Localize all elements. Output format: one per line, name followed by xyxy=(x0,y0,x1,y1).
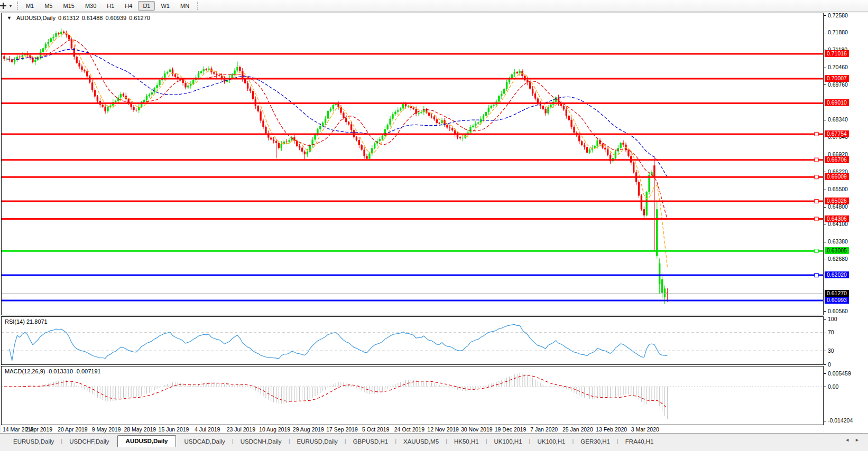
hline-price-label: 0.66706 xyxy=(825,156,849,163)
macd-indicator-pane[interactable]: MACD(12,26,9) -0.013310 -0.007191 xyxy=(1,366,824,425)
price-tick-label: 0.63380 xyxy=(828,238,848,245)
line-drag-marker[interactable] xyxy=(815,274,818,277)
candle-body xyxy=(247,83,248,89)
price-tick-dash xyxy=(824,155,826,155)
timeframe-button-M30[interactable]: M30 xyxy=(80,1,101,11)
line-drag-marker[interactable] xyxy=(815,132,818,136)
date-tick-label: 23 Jul 2019 xyxy=(227,426,255,433)
macd-signal-value: -0.007191 xyxy=(75,368,101,374)
timeframe-button-MN[interactable]: MN xyxy=(176,1,194,11)
candle-body xyxy=(356,137,357,140)
candle-body xyxy=(550,105,551,107)
chart-tab-usdcnh-daily[interactable]: USDCNH,Daily xyxy=(234,436,289,447)
candle-body xyxy=(151,92,153,95)
rsi-line xyxy=(10,324,668,361)
chart-tab-usdcad-daily[interactable]: USDCAD,Daily xyxy=(177,436,232,447)
tab-scroll-left-button[interactable]: ◄ xyxy=(845,437,855,443)
timeframe-button-W1[interactable]: W1 xyxy=(156,1,174,11)
candle-body xyxy=(622,143,624,144)
candle-body xyxy=(94,90,96,97)
chart-tab-uk100-h1[interactable]: UK100,H1 xyxy=(530,436,572,447)
candle-body xyxy=(506,82,507,89)
candle-body xyxy=(436,119,438,123)
line-drag-marker[interactable] xyxy=(815,158,818,162)
chart-tab-ger30-h1[interactable]: GER30,H1 xyxy=(574,436,617,447)
line-drag-marker[interactable] xyxy=(815,249,818,253)
candle-body xyxy=(154,88,155,92)
candle-body xyxy=(337,104,339,107)
rsi-tick-dash xyxy=(824,333,826,333)
rsi-indicator-pane[interactable]: RSI(14) 21.8071 xyxy=(1,316,824,365)
candle-body xyxy=(586,147,588,153)
candle-body xyxy=(208,69,209,70)
candle-body xyxy=(493,105,494,106)
candle-body xyxy=(63,32,64,33)
candle-body xyxy=(433,117,435,120)
timeframe-toolbar: ▼ M1M5M15M30H1H4D1W1MN xyxy=(0,0,868,12)
time-axis[interactable]: 14 Mar 20192 Apr 201920 Apr 20199 May 20… xyxy=(1,426,824,433)
price-axis[interactable]: 0.710160.700070.690100.677540.667060.660… xyxy=(824,13,868,433)
candle-body xyxy=(501,94,502,96)
price-chart-pane[interactable]: ▼ AUDUSD,Daily 0.61312 0.61488 0.60939 0… xyxy=(1,13,824,315)
candle-body xyxy=(14,60,15,62)
timeframe-button-M5[interactable]: M5 xyxy=(40,1,57,11)
candle-body xyxy=(260,111,261,121)
timeframe-button-H4[interactable]: H4 xyxy=(120,1,137,11)
chart-title-collapse-icon[interactable]: ▼ xyxy=(7,15,12,21)
candle-body xyxy=(135,110,137,110)
line-drag-marker[interactable] xyxy=(815,217,818,221)
line-drag-marker[interactable] xyxy=(815,175,818,179)
candle-body xyxy=(91,82,93,90)
chart-tab-gbpusd-h1[interactable]: GBPUSD,H1 xyxy=(346,436,395,447)
chart-tab-usdchf-daily[interactable]: USDCHF,Daily xyxy=(62,436,116,447)
candle-body xyxy=(104,107,106,111)
candle-body xyxy=(462,138,464,138)
candle-body xyxy=(596,140,598,146)
candle-body xyxy=(656,209,658,256)
line-drag-marker[interactable] xyxy=(815,200,818,203)
candle-body xyxy=(475,124,476,126)
price-tick-dash xyxy=(824,224,826,224)
candle-body xyxy=(198,73,199,78)
chart-tab-eurusd-daily[interactable]: EURUSD,Daily xyxy=(6,436,61,447)
candle-body xyxy=(371,148,373,154)
chevron-down-icon[interactable]: ▼ xyxy=(8,4,13,8)
candle-body xyxy=(333,105,334,109)
chart-tab-audusd-daily[interactable]: AUDUSD,Daily xyxy=(117,435,177,447)
chart-tab-uk100-h1[interactable]: UK100,H1 xyxy=(487,436,529,447)
candle-body xyxy=(469,127,471,133)
candle-body xyxy=(449,128,450,128)
macd-canvas[interactable] xyxy=(2,367,823,425)
candle-body xyxy=(503,89,505,94)
timeframe-button-D1[interactable]: D1 xyxy=(138,1,155,11)
candle-body xyxy=(379,139,381,141)
tab-scroll-arrows: ◄► xyxy=(845,437,865,443)
rsi-canvas[interactable] xyxy=(2,317,823,364)
price-chart-canvas[interactable] xyxy=(2,13,823,315)
candle-body xyxy=(330,109,331,111)
chart-tab-eurusd-daily[interactable]: EURUSD,Daily xyxy=(290,436,344,447)
candle-body xyxy=(325,119,326,123)
tab-scroll-right-button[interactable]: ► xyxy=(855,437,865,443)
price-tick-label: 0.68340 xyxy=(828,116,848,123)
candle-body xyxy=(45,44,47,49)
candle-body xyxy=(397,110,399,112)
candle-body xyxy=(573,127,575,133)
candle-body xyxy=(633,163,634,173)
candle-body xyxy=(581,142,583,146)
candle-body xyxy=(81,67,82,70)
chart-tab-xauusd-m5[interactable]: XAUUSD,M5 xyxy=(396,436,446,447)
rsi-value: 21.8071 xyxy=(26,318,48,325)
candle-body xyxy=(58,33,59,34)
date-tick-label: 28 May 2019 xyxy=(124,426,156,433)
chart-tab-fra40-h1[interactable]: FRA40,H1 xyxy=(618,436,661,447)
candle-body xyxy=(174,74,176,77)
timeframe-button-M1[interactable]: M1 xyxy=(21,1,39,11)
timeframe-button-M15[interactable]: M15 xyxy=(58,1,79,11)
hline-price-label: 0.65026 xyxy=(825,198,849,204)
candle-body xyxy=(275,141,277,143)
price-tick-label: 0.65500 xyxy=(828,186,848,193)
chart-tab-hk50-h1[interactable]: HK50,H1 xyxy=(447,436,486,447)
timeframe-button-H1[interactable]: H1 xyxy=(102,1,119,11)
cursor-tool-button[interactable]: ▼ xyxy=(0,2,14,10)
